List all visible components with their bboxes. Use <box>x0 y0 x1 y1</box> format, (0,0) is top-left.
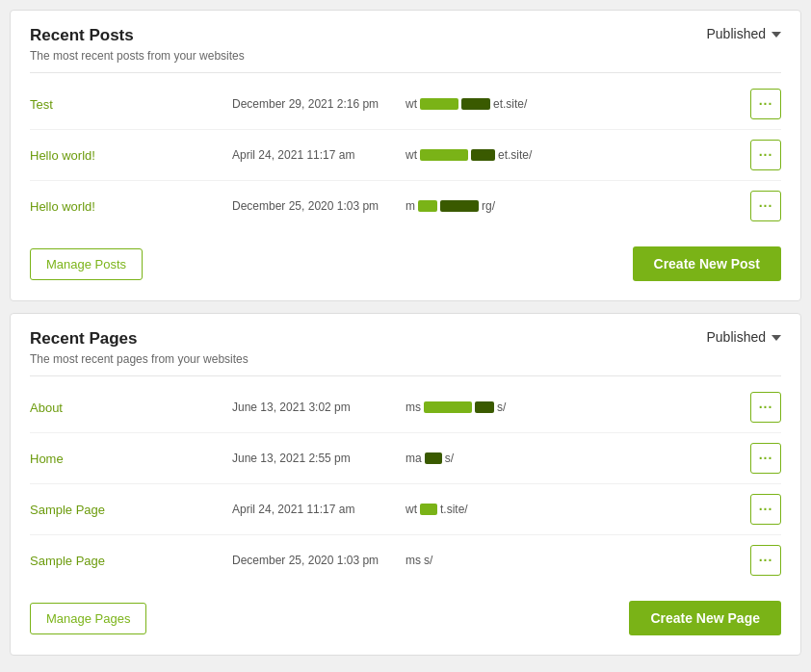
post-url: mss/ <box>406 401 741 414</box>
pages-title: Recent Pages <box>30 329 138 349</box>
post-date: April 24, 2021 11:17 am <box>232 148 396 162</box>
recent-pages-card: Recent Pages Published The most recent p… <box>10 313 801 656</box>
pages-filter-label: Published <box>707 329 767 345</box>
pages-list: AboutJune 13, 2021 3:02 pmmss/···HomeJun… <box>30 382 781 585</box>
posts-card-header: Recent Posts Published <box>30 26 781 45</box>
post-url: mas/ <box>406 452 741 465</box>
post-title-link[interactable]: About <box>30 401 222 415</box>
table-row: TestDecember 29, 2021 2:16 pmwtet.site/·… <box>30 79 781 130</box>
pages-subtitle: The most recent pages from your websites <box>30 352 781 366</box>
post-url: wtet.site/ <box>406 97 741 111</box>
pages-footer: Manage Pages Create New Page <box>30 601 781 635</box>
post-date: December 25, 2020 1:03 pm <box>232 199 396 213</box>
post-date: December 29, 2021 2:16 pm <box>232 97 396 111</box>
manage-posts-button[interactable]: Manage Posts <box>30 248 143 280</box>
post-title-link[interactable]: Test <box>30 97 222 112</box>
recent-posts-card: Recent Posts Published The most recent p… <box>10 10 801 301</box>
post-title-link[interactable]: Home <box>30 452 222 466</box>
table-row: HomeJune 13, 2021 2:55 pmmas/··· <box>30 433 781 484</box>
post-title-link[interactable]: Hello world! <box>30 199 222 214</box>
post-title-link[interactable]: Sample Page <box>30 554 222 568</box>
table-row: Hello world!April 24, 2021 11:17 amwtet.… <box>30 130 781 181</box>
more-options-button[interactable]: ··· <box>750 191 781 221</box>
table-row: Sample PageDecember 25, 2020 1:03 pmmss/… <box>30 535 781 585</box>
more-options-button[interactable]: ··· <box>750 89 781 119</box>
pages-divider <box>30 375 781 376</box>
table-row: Hello world!December 25, 2020 1:03 pmmrg… <box>30 181 781 231</box>
posts-divider <box>30 72 781 73</box>
more-options-button[interactable]: ··· <box>750 494 781 525</box>
post-url: wtet.site/ <box>406 148 741 162</box>
posts-footer: Manage Posts Create New Post <box>30 246 781 281</box>
post-date: December 25, 2020 1:03 pm <box>232 554 396 567</box>
create-page-button[interactable]: Create New Page <box>629 601 781 635</box>
pages-filter-chevron-icon <box>772 335 781 341</box>
more-options-button[interactable]: ··· <box>750 443 781 474</box>
pages-filter-dropdown[interactable]: Published <box>707 329 782 345</box>
posts-filter-chevron-icon <box>772 32 781 38</box>
table-row: Sample PageApril 24, 2021 11:17 amwtt.si… <box>30 484 781 535</box>
table-row: AboutJune 13, 2021 3:02 pmmss/··· <box>30 382 781 433</box>
posts-title: Recent Posts <box>30 26 134 45</box>
more-options-button[interactable]: ··· <box>750 392 781 423</box>
post-url: mrg/ <box>406 199 741 213</box>
more-options-button[interactable]: ··· <box>750 545 781 576</box>
posts-filter-dropdown[interactable]: Published <box>707 26 782 41</box>
posts-filter-label: Published <box>707 26 767 41</box>
more-options-button[interactable]: ··· <box>750 140 781 170</box>
posts-list: TestDecember 29, 2021 2:16 pmwtet.site/·… <box>30 79 781 231</box>
create-post-button[interactable]: Create New Post <box>633 246 781 281</box>
post-date: June 13, 2021 2:55 pm <box>232 452 396 465</box>
post-date: April 24, 2021 11:17 am <box>232 503 396 516</box>
post-url: mss/ <box>406 554 741 567</box>
posts-subtitle: The most recent posts from your websites <box>30 49 781 63</box>
post-date: June 13, 2021 3:02 pm <box>232 401 396 414</box>
post-title-link[interactable]: Hello world! <box>30 148 222 163</box>
post-url: wtt.site/ <box>406 503 741 516</box>
pages-card-header: Recent Pages Published <box>30 329 781 349</box>
manage-pages-button[interactable]: Manage Pages <box>30 603 146 634</box>
post-title-link[interactable]: Sample Page <box>30 503 222 517</box>
